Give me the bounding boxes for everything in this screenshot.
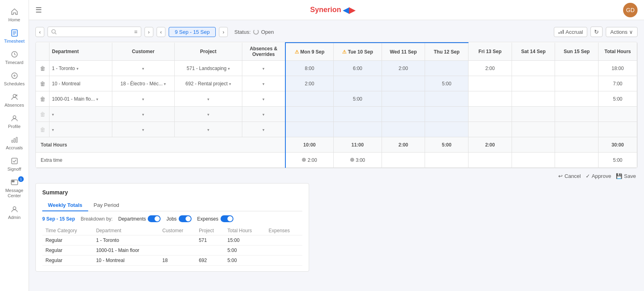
jobs-toggle[interactable] [179,215,192,222]
svg-rect-24 [561,31,561,34]
sidebar-item-home[interactable]: Home [0,4,29,25]
search-input[interactable]: Test, Gagandev (333) [59,29,132,35]
extra-fri [469,153,512,168]
sat-cell[interactable] [512,107,555,122]
sidebar-item-profile[interactable]: Profile [0,111,29,132]
tue-cell[interactable] [334,76,382,91]
customer-cell: ▾ [112,122,175,137]
mon-cell[interactable] [285,122,334,137]
filter-icon[interactable]: ≡ [134,29,137,35]
prev-employee-button[interactable]: ‹ [35,27,44,37]
sun-cell[interactable] [555,122,599,137]
refresh-button[interactable]: ↻ [590,27,603,37]
sun-cell[interactable] [555,76,599,91]
wed-cell[interactable] [382,76,425,91]
wed-cell[interactable]: 2:00 [382,61,425,76]
absences-dropdown5[interactable]: ▾ [262,128,264,132]
wed-cell[interactable] [382,107,425,122]
hamburger-menu[interactable]: ☰ [35,6,42,14]
customer-dropdown5[interactable]: ▾ [142,128,144,132]
fri-cell[interactable] [469,122,512,137]
sidebar-item-schedules[interactable]: Schedules [0,68,29,89]
customer-dropdown4[interactable]: ▾ [142,112,144,117]
sun-cell[interactable] [555,91,599,107]
tab-pay-period[interactable]: Pay Period [88,200,125,211]
absences-dropdown4[interactable]: ▾ [262,112,264,117]
sat-cell[interactable] [512,91,555,107]
delete-row-button[interactable]: 🗑 [40,126,45,133]
departments-toggle[interactable] [148,215,161,222]
avatar[interactable]: GD [623,3,638,17]
project-dropdown4[interactable]: ▾ [207,112,209,117]
delete-row-button[interactable]: 🗑 [40,111,45,118]
dept-dropdown3[interactable]: ▾ [96,97,98,101]
dept-dropdown5[interactable]: ▾ [52,128,54,132]
project-cell: ▾ [175,107,242,122]
tab-weekly-totals[interactable]: Weekly Totals [42,200,88,211]
next-week-button[interactable]: › [219,27,228,37]
fri-cell[interactable] [469,107,512,122]
dept-dropdown[interactable]: ▾ [76,66,78,71]
mon-cell[interactable]: 2:00 [285,76,334,91]
svg-rect-14 [12,140,13,142]
sidebar-item-signoff[interactable]: Signoff [0,153,29,175]
absences-dropdown[interactable]: ▾ [262,66,264,71]
save-button[interactable]: 💾 Save [616,173,636,179]
expenses-toggle[interactable] [221,215,233,222]
accrual-button[interactable]: Accrual [554,27,587,37]
cancel-button[interactable]: ↩ Cancel [558,173,580,179]
sun-cell[interactable] [555,107,599,122]
sidebar-item-timecard-label: Timecard [5,60,23,65]
customer-dropdown2[interactable]: ▾ [164,82,166,86]
customer-dropdown[interactable]: ▾ [142,66,144,71]
sidebar-item-admin[interactable]: Admin [0,202,29,223]
sat-cell[interactable] [512,61,555,76]
project-dropdown[interactable]: ▾ [228,66,230,71]
thu-cell[interactable] [425,91,469,107]
wed-cell[interactable] [382,122,425,137]
svg-point-13 [13,116,16,119]
wed-cell[interactable] [382,91,425,107]
sun-cell[interactable] [555,61,599,76]
delete-row-button[interactable]: 🗑 [40,96,45,102]
fri-cell[interactable] [469,76,512,91]
delete-row-button[interactable]: 🗑 [40,65,45,72]
extra-time-row: Extra time 2:00 3:00 5:00 [36,153,637,168]
th-customer: Customer [112,43,175,61]
sidebar-item-timesheet[interactable]: Timesheet [0,25,29,47]
mon-cell[interactable] [285,107,334,122]
sidebar-item-timecard[interactable]: Timecard [0,47,29,68]
delete-cell: 🗑 [36,61,50,76]
thu-cell[interactable] [425,122,469,137]
fri-cell[interactable]: 2:00 [469,61,512,76]
project-dropdown3[interactable]: ▾ [207,97,209,101]
mon-cell[interactable]: 8:00 [285,61,334,76]
sidebar-item-accruals[interactable]: Accruals [0,132,29,153]
sat-cell[interactable] [512,76,555,91]
thu-cell[interactable]: 5:00 [425,76,469,91]
sidebar-item-message-center[interactable]: 1 Message Center [0,175,29,202]
approve-button[interactable]: ✓ Approve [586,173,611,179]
sat-cell[interactable] [512,122,555,137]
delete-row-button[interactable]: 🗑 [40,80,45,87]
prev-week-button[interactable]: ‹ [157,27,165,37]
mon-cell[interactable] [285,91,334,107]
absences-dropdown2[interactable]: ▾ [262,82,264,86]
sidebar-item-absences[interactable]: Absences [0,89,29,111]
summary-project: 692 [196,256,224,266]
tue-cell[interactable]: 5:00 [334,91,382,107]
project-dropdown5[interactable]: ▾ [207,128,209,132]
thu-cell[interactable] [425,107,469,122]
customer-dropdown3[interactable]: ▾ [142,97,144,101]
absences-dropdown3[interactable]: ▾ [262,97,264,101]
tue-cell[interactable] [334,122,382,137]
fri-cell[interactable] [469,91,512,107]
project-dropdown2[interactable]: ▾ [229,82,231,86]
date-range-button[interactable]: 9 Sep - 15 Sep [169,27,216,37]
next-employee-button[interactable]: › [144,27,153,37]
actions-button[interactable]: Actions ∨ [606,27,638,37]
dept-dropdown4[interactable]: ▾ [52,112,54,117]
tue-cell[interactable]: 6:00 [334,61,382,76]
tue-cell[interactable] [334,107,382,122]
thu-cell[interactable] [425,61,469,76]
